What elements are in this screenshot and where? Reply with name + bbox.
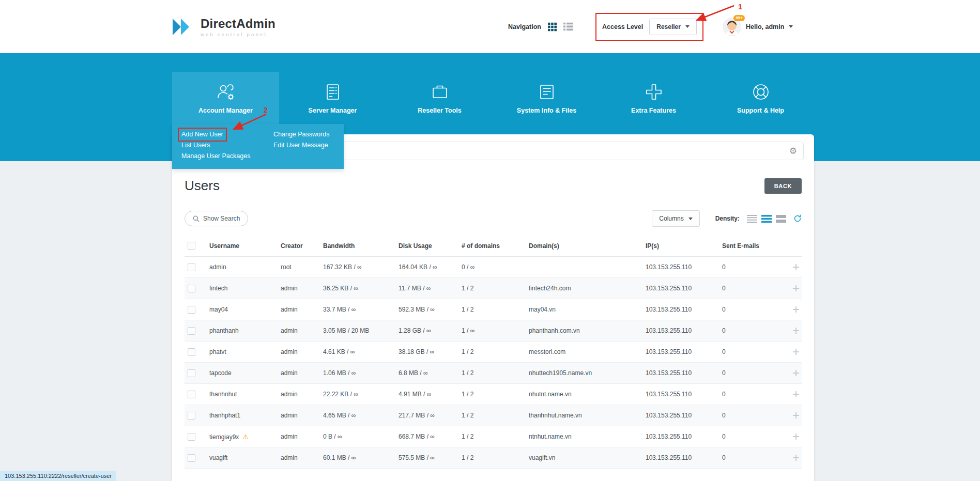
domain-cell: fintech24h.com — [526, 278, 642, 299]
expand-row-icon[interactable]: + — [792, 323, 800, 337]
refresh-icon[interactable] — [793, 214, 802, 223]
nav-item-label: Extra Features — [631, 107, 676, 114]
domain-cell: nhuttech1905.name.vn — [526, 363, 642, 384]
columns-button[interactable]: Columns — [652, 210, 699, 227]
domain-cell: ntnhut.name.vn — [526, 426, 642, 447]
expand-row-icon[interactable]: + — [792, 451, 800, 464]
access-level-value: Reseller — [656, 23, 681, 30]
nav-item-server-manager[interactable]: Server Manager — [279, 72, 386, 124]
table-row[interactable]: tapcode admin 1.06 MB / ∞ 6.8 MB / ∞ 1 /… — [185, 363, 802, 384]
col-header-disk-usage[interactable]: Disk Usage — [395, 235, 458, 257]
row-checkbox[interactable] — [188, 412, 195, 420]
ip-cell: 103.153.255.110 — [642, 257, 719, 278]
menu-item-list-users[interactable]: List Users — [181, 140, 210, 151]
col-header-domains-count[interactable]: # of domains — [458, 235, 526, 257]
col-header-ips[interactable]: IP(s) — [642, 235, 719, 257]
menu-item-edit-user-message[interactable]: Edit User Message — [273, 140, 328, 151]
access-level-label: Access Level — [602, 23, 643, 30]
expand-row-icon[interactable]: + — [792, 429, 800, 443]
chevron-down-icon — [688, 218, 693, 220]
nav-item-extra-features[interactable]: Extra Features — [600, 72, 707, 124]
user-menu[interactable]: 99+ Hello, admin — [723, 18, 793, 36]
bandwidth-cell: 36.25 KB / ∞ — [320, 278, 395, 299]
bandwidth-cell: 60.1 MB / ∞ — [320, 447, 395, 469]
table-row[interactable]: phatvt admin 4.61 KB / ∞ 38.18 GB / ∞ 1 … — [185, 342, 802, 363]
col-header-creator[interactable]: Creator — [278, 235, 320, 257]
table-row[interactable]: thanhphat1 admin 4.65 MB / ∞ 217.7 MB / … — [185, 405, 802, 426]
col-header-bandwidth[interactable]: Bandwidth — [320, 235, 395, 257]
list-view-icon[interactable] — [563, 23, 573, 31]
back-button[interactable]: BACK — [764, 178, 802, 194]
creator-cell: admin — [278, 342, 320, 363]
density-label: Density: — [715, 215, 740, 222]
nav-item-support-help[interactable]: Support & Help — [707, 72, 814, 124]
table-row[interactable]: admin root 167.32 KB / ∞ 164.04 KB / ∞ 0… — [185, 257, 802, 278]
show-search-button[interactable]: Show Search — [185, 211, 248, 226]
row-checkbox[interactable] — [188, 327, 195, 335]
gear-icon[interactable]: ⚙ — [789, 147, 797, 156]
domain-cell — [526, 257, 642, 278]
user-greeting: Hello, admin — [746, 23, 784, 30]
menu-item-add-new-user[interactable]: Add New User — [181, 129, 223, 140]
disk-usage-cell: 592.3 MB / ∞ — [395, 299, 458, 320]
table-row[interactable]: vuagift admin 60.1 MB / ∞ 575.5 MB / ∞ 1… — [185, 447, 802, 469]
row-checkbox[interactable] — [188, 263, 195, 271]
disk-usage-cell: 217.7 MB / ∞ — [395, 405, 458, 426]
sent-emails-cell: 0 — [719, 278, 781, 299]
navigation-toggle-group: Navigation — [508, 22, 573, 31]
nav-item-label: Reseller Tools — [418, 107, 462, 114]
row-checkbox[interactable] — [188, 348, 195, 356]
table-row[interactable]: phanthanh admin 3.05 MB / 20 MB 1.28 GB … — [185, 320, 802, 342]
briefcase-icon — [430, 82, 450, 102]
expand-row-icon[interactable]: + — [792, 281, 800, 295]
ip-cell: 103.153.255.110 — [642, 363, 719, 384]
ip-cell: 103.153.255.110 — [642, 447, 719, 469]
ip-cell: 103.153.255.110 — [642, 426, 719, 447]
density-compact-icon[interactable] — [776, 215, 786, 223]
disk-usage-cell: 1.28 GB / ∞ — [395, 320, 458, 342]
domains-count-cell: 1 / 2 — [458, 426, 526, 447]
disk-usage-cell: 4.91 MB / ∞ — [395, 384, 458, 405]
domains-count-cell: 1 / 2 — [458, 299, 526, 320]
ip-cell: 103.153.255.110 — [642, 320, 719, 342]
menu-item-manage-user-packages[interactable]: Manage User Packages — [181, 151, 250, 162]
row-checkbox[interactable] — [188, 306, 195, 314]
row-checkbox[interactable] — [188, 391, 195, 398]
grid-view-icon[interactable] — [548, 22, 557, 31]
col-header-username[interactable]: Username — [206, 235, 278, 257]
sent-emails-cell: 0 — [719, 447, 781, 469]
nav-item-reseller-tools[interactable]: Reseller Tools — [386, 72, 493, 124]
table-row[interactable]: thanhnhut admin 22.22 KB / ∞ 4.91 MB / ∞… — [185, 384, 802, 405]
density-comfortable-icon[interactable] — [747, 215, 757, 223]
expand-row-icon[interactable]: + — [792, 345, 800, 359]
row-checkbox[interactable] — [188, 369, 195, 377]
disk-usage-cell: 11.7 MB / ∞ — [395, 278, 458, 299]
row-checkbox[interactable] — [188, 285, 195, 292]
row-checkbox[interactable] — [188, 454, 195, 462]
select-all-checkbox[interactable] — [188, 242, 195, 250]
density-cozy-icon[interactable] — [761, 215, 772, 223]
sent-emails-cell: 0 — [719, 299, 781, 320]
files-icon — [537, 82, 557, 102]
access-level-select[interactable]: Reseller — [649, 19, 697, 35]
table-row[interactable]: may04 admin 33.7 MB / ∞ 592.3 MB / ∞ 1 /… — [185, 299, 802, 320]
expand-row-icon[interactable]: + — [792, 387, 800, 401]
expand-row-icon[interactable]: + — [792, 302, 800, 316]
expand-row-icon[interactable]: + — [792, 408, 800, 422]
sent-emails-cell: 0 — [719, 405, 781, 426]
nav-item-system-info-files[interactable]: System Info & Files — [493, 72, 600, 124]
expand-row-icon[interactable]: + — [792, 260, 800, 274]
menu-item-change-passwords[interactable]: Change Passwords — [273, 129, 329, 140]
table-row[interactable]: tiemgiay9x⚠ admin 0 B / ∞ 668.7 MB / ∞ 1… — [185, 426, 802, 447]
nav-item-account-manager[interactable]: Account Manager — [172, 72, 279, 124]
sent-emails-cell: 0 — [719, 363, 781, 384]
expand-row-icon[interactable]: + — [792, 366, 800, 380]
users-gear-icon — [216, 82, 236, 102]
col-header-domains[interactable]: Domain(s) — [526, 235, 642, 257]
col-header-sent-emails[interactable]: Sent E-mails — [719, 235, 781, 257]
disk-usage-cell: 668.7 MB / ∞ — [395, 426, 458, 447]
creator-cell: admin — [278, 278, 320, 299]
creator-cell: admin — [278, 384, 320, 405]
row-checkbox[interactable] — [188, 433, 195, 441]
table-row[interactable]: fintech admin 36.25 KB / ∞ 11.7 MB / ∞ 1… — [185, 278, 802, 299]
